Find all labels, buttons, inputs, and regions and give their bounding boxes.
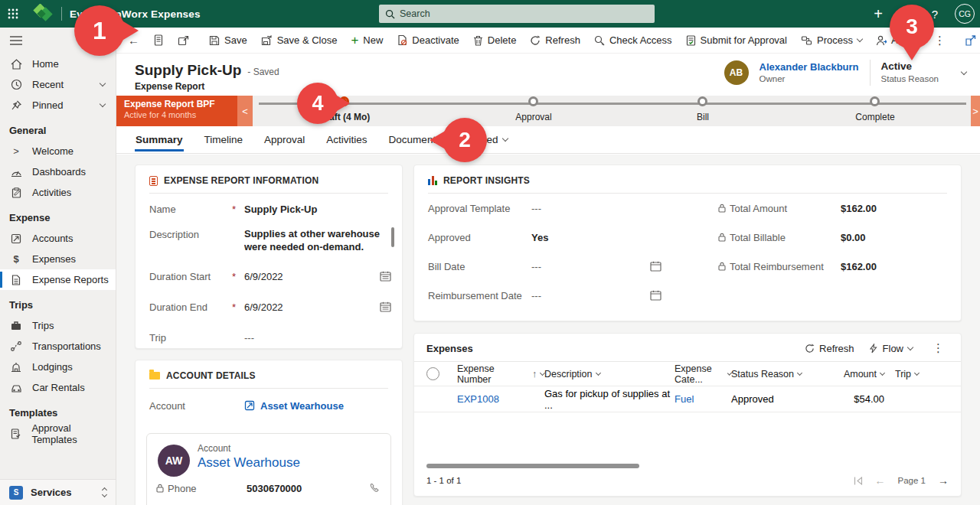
column-header-expense-category[interactable]: Expense Cate... <box>675 363 731 385</box>
select-all-radio[interactable] <box>426 367 439 380</box>
sidebar-item-expense-reports[interactable]: Expense Reports <box>0 269 116 290</box>
refresh-button[interactable]: Refresh <box>523 30 587 51</box>
sidebar-item-label: Car Rentals <box>32 382 85 393</box>
quick-create-button[interactable]: + <box>867 0 890 28</box>
previous-page-button[interactable]: ← <box>875 474 886 487</box>
bpf-stage-complete-dot[interactable] <box>870 96 880 106</box>
share-button[interactable]: Share <box>958 30 980 51</box>
save-button[interactable]: Save <box>202 30 254 51</box>
card-account-name-link[interactable]: Asset Wearhouse <box>198 455 381 471</box>
lock-icon <box>718 204 726 213</box>
new-button[interactable]: + New <box>344 30 390 51</box>
first-page-button[interactable] <box>854 477 863 485</box>
field-description[interactable]: Description Supplies at other warehouse … <box>136 224 402 261</box>
sidebar-item-lodgings[interactable]: Lodgings <box>0 357 116 377</box>
column-header-expense-number[interactable]: Expense Number ↑ <box>457 363 544 385</box>
tab-activities[interactable]: Activities <box>325 128 368 152</box>
horizontal-scrollbar-thumb[interactable] <box>426 464 639 468</box>
field-trip[interactable]: Trip --- <box>136 322 402 353</box>
refresh-label: Refresh <box>545 34 580 46</box>
open-in-new-window-button[interactable] <box>171 30 196 51</box>
refresh-icon <box>530 35 541 46</box>
sidebar-item-label: Lodgings <box>32 361 73 373</box>
expense-number-link[interactable]: EXP1008 <box>457 393 544 405</box>
description-scrollbar[interactable] <box>391 227 394 247</box>
submit-for-approval-button[interactable]: Submit for Approval <box>679 30 794 51</box>
subgrid-refresh-button[interactable]: Refresh <box>805 343 854 354</box>
field-bill-date[interactable]: Bill Date --- <box>414 252 704 281</box>
column-header-amount[interactable]: Amount <box>831 369 884 380</box>
sidebar-item-recent[interactable]: Recent <box>0 74 116 95</box>
bpf-stage-bill-dot[interactable] <box>697 96 707 106</box>
global-search[interactable] <box>379 5 655 23</box>
check-access-button[interactable]: Check Access <box>587 30 679 51</box>
bpf-stage-approval-label[interactable]: Approval <box>472 112 595 122</box>
header-expand-chevron-icon[interactable] <box>961 68 967 74</box>
phone-icon[interactable] <box>369 483 380 494</box>
form-selector-icon-button[interactable] <box>146 30 171 51</box>
sidebar-item-dashboards[interactable]: Dashboards <box>0 161 116 182</box>
calendar-icon[interactable] <box>650 261 662 272</box>
tab-approval[interactable]: Approval <box>263 128 305 152</box>
field-reimbursement-date[interactable]: Reimbursement Date --- <box>414 281 704 310</box>
report-insights-section: REPORT INSIGHTS Approval Template --- Ap… <box>413 165 962 321</box>
bpf-stage-bill-label[interactable]: Bill <box>642 112 764 122</box>
field-approved[interactable]: Approved Yes <box>414 223 704 252</box>
owner-name-link[interactable]: Alexander Blackburn <box>760 61 859 73</box>
car-icon <box>10 382 22 394</box>
deactivate-button[interactable]: Deactivate <box>390 30 466 51</box>
save-and-close-button[interactable]: Save & Close <box>254 30 345 51</box>
process-button[interactable]: Process <box>794 30 869 51</box>
sidebar-item-transportations[interactable]: Transportations <box>0 336 116 357</box>
area-switcher-services[interactable]: S Services <box>0 479 116 505</box>
sidebar-item-expenses[interactable]: $ Expenses <box>0 249 116 269</box>
sidebar-item-accounts[interactable]: Accounts <box>0 228 116 249</box>
field-duration-start[interactable]: Duration Start * 6/9/2022 <box>136 261 402 292</box>
annotation-pointer <box>119 19 139 42</box>
bpf-stage-approval-dot[interactable] <box>528 96 538 106</box>
sidebar-item-home[interactable]: Home <box>0 54 116 74</box>
field-approval-template[interactable]: Approval Template --- <box>414 194 704 223</box>
field-value: Supplies at other warehouse were needed … <box>244 227 384 255</box>
user-avatar[interactable]: CG <box>955 4 975 24</box>
next-page-button[interactable]: → <box>938 474 949 487</box>
tab-timeline[interactable]: Timeline <box>204 128 244 152</box>
search-input[interactable] <box>400 8 629 19</box>
waffle-menu-icon[interactable] <box>0 0 26 28</box>
app-top-bar: EvergreenWorx Expenses + ? CG <box>0 0 980 28</box>
field-value: $0.00 <box>841 232 866 243</box>
field-phone[interactable]: Phone 5030670000 <box>156 477 381 500</box>
field-website[interactable]: Website https://assetwearhouse.com <box>156 500 381 505</box>
bpf-collapse-button[interactable]: < <box>237 96 253 126</box>
sidebar-item-approval-templates[interactable]: Approval Templates <box>0 423 116 444</box>
sidebar-item-welcome[interactable]: > Welcome <box>0 141 116 161</box>
calendar-icon[interactable] <box>380 271 391 282</box>
sidebar-item-pinned[interactable]: Pinned <box>0 95 116 116</box>
calendar-icon[interactable] <box>380 301 391 312</box>
bpf-stage-complete-label[interactable]: Complete <box>814 112 936 122</box>
expense-category-link[interactable]: Fuel <box>675 393 731 405</box>
sidebar-item-activities[interactable]: Activities <box>0 182 116 203</box>
grid-row-exp1008[interactable]: EXP1008 Gas for pickup of supplies at ..… <box>414 386 961 412</box>
account-avatar[interactable]: AW <box>158 445 190 477</box>
account-lookup-link[interactable]: Asset Wearhouse <box>244 400 344 412</box>
field-account[interactable]: Account Asset Wearhouse <box>136 389 402 422</box>
column-header-status-reason[interactable]: Status Reason <box>731 369 831 380</box>
hamburger-icon <box>10 36 22 45</box>
subgrid-more-commands-button[interactable]: ⋮ <box>926 341 950 355</box>
delete-button[interactable]: Delete <box>466 30 524 51</box>
owner-avatar[interactable]: AB <box>724 60 749 85</box>
bpf-active-stage-flyout[interactable]: Expense Report BPF Active for 4 months <box>116 96 237 126</box>
calendar-icon[interactable] <box>650 290 662 301</box>
column-header-trip[interactable]: Trip <box>884 369 942 380</box>
field-duration-end[interactable]: Duration End * 6/9/2022 <box>136 292 402 322</box>
field-name[interactable]: Name * Supply Pick-Up <box>136 194 402 224</box>
field-total-billable: Total Billable $0.00 <box>704 223 961 252</box>
bpf-next-stage-button[interactable]: > <box>971 96 980 126</box>
sidebar-item-trips[interactable]: Trips <box>0 315 116 336</box>
column-header-description[interactable]: Description <box>544 369 675 380</box>
subgrid-flow-button[interactable]: Flow <box>868 343 913 354</box>
sidebar-item-car-rentals[interactable]: Car Rentals <box>0 377 116 398</box>
tab-summary[interactable]: Summary <box>135 128 184 152</box>
annotation-number: 1 <box>74 5 125 56</box>
